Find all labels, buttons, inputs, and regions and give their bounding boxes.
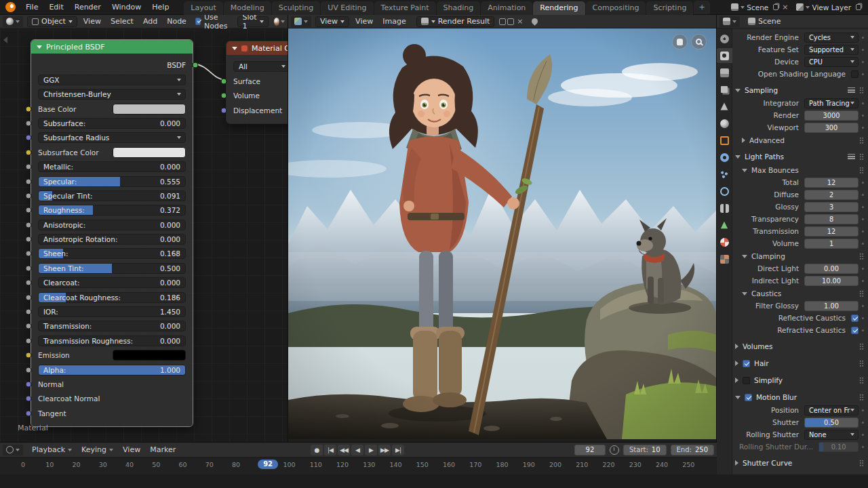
color-swatch[interactable] [113,350,186,361]
section-arrow-icon[interactable] [742,292,747,296]
timeline-ruler[interactable]: 0102030405060708010011012013014015016017… [0,458,717,474]
node-input-row[interactable]: Tangent Tangent [38,407,186,420]
material-properties-tab[interactable] [717,235,732,249]
workspace-tab[interactable]: Sculpting [272,1,320,15]
unlink-image-icon[interactable]: × [515,17,524,26]
constraints-properties-tab[interactable] [717,201,732,216]
property-checkbox[interactable] [851,314,859,322]
node-field[interactable]: Specular: 0.555 [38,176,186,187]
drag-handle-icon[interactable] [859,343,864,350]
node-field[interactable]: Sheen: 0.168 [38,248,186,259]
node-input-row[interactable]: Anisotropic: 0.000 Anisotropic: [38,219,186,231]
node-socket[interactable] [26,410,32,416]
property-row[interactable]: Direct Light 0.00 [735,263,864,274]
preset-menu-icon[interactable] [848,87,855,93]
property-checkbox[interactable] [851,327,859,334]
node-input-row[interactable]: Christensen-Burley Christensen-Burley [38,88,186,100]
node-socket[interactable] [26,338,32,344]
section-checkbox[interactable] [743,360,750,367]
node-field[interactable]: Sheen Tint: 0.500 [38,263,186,274]
physics-properties-tab[interactable] [717,184,732,199]
property-row[interactable]: Total 12 [735,177,864,188]
drag-handle-icon[interactable] [859,87,864,94]
property-row[interactable]: Render Engine Cycles [735,32,864,43]
property-field[interactable]: 12 [804,226,859,237]
frame-end-field[interactable]: End: 250 [671,445,714,455]
shader-mode-dropdown[interactable]: Object [27,16,77,27]
node-field[interactable]: IOR: 1.450 [38,306,186,317]
drag-handle-icon[interactable] [859,394,864,401]
workspace-tab[interactable]: Shading [437,1,481,15]
play-button[interactable]: ▶ [365,445,377,455]
menubar-item[interactable]: File [20,0,43,15]
property-row[interactable]: Shutter 0.50 [735,417,864,428]
editor-type-button[interactable] [3,16,23,27]
world-properties-tab[interactable] [717,116,732,131]
node-input-row[interactable]: Roughness: 0.372 Roughness: [38,204,186,216]
node-socket[interactable] [26,381,32,387]
section-arrow-icon[interactable] [735,344,738,349]
node-socket[interactable] [26,222,32,228]
node-field[interactable]: Christensen-Burley [38,89,186,100]
node-socket[interactable] [26,120,32,126]
property-row[interactable]: Light Paths [735,150,864,163]
node-socket[interactable] [26,294,32,300]
property-row[interactable]: Refractive Caustics [735,325,864,336]
node-input-row[interactable]: Subsurface Color Subsurface Color [38,146,186,159]
drag-handle-icon[interactable] [859,377,864,384]
node-socket[interactable] [26,309,32,315]
node-input-row[interactable]: Transmission Roughness: 0.000 Transmissi… [38,335,186,347]
property-field[interactable]: None [804,430,859,440]
node-input-row[interactable]: Clearcoat: 0.000 Clearcoat: [38,277,186,289]
editor-type-button[interactable] [3,445,23,455]
material-output-node[interactable]: Material Out... All [226,41,288,124]
node-input-row[interactable]: All All [233,60,288,73]
drag-handle-icon[interactable] [859,460,864,467]
property-field[interactable]: 3000 [804,110,859,121]
property-row[interactable]: Transmission 12 [735,226,864,237]
new-scene-icon[interactable] [773,4,778,10]
node-socket[interactable] [221,107,227,113]
section-arrow-icon[interactable] [735,460,738,466]
property-field[interactable]: 1.00 [804,301,859,311]
node-socket[interactable] [221,93,227,99]
node-socket[interactable] [26,135,32,141]
preview-range-icon[interactable] [610,445,619,455]
section-arrow-icon[interactable] [735,89,741,92]
property-row[interactable]: Clamping [735,251,864,262]
drag-handle-icon[interactable] [859,167,864,174]
node-input-row[interactable]: Clearcoat Roughness: 0.186 Clearcoat Rou… [38,291,186,304]
node-input-row[interactable]: Specular Tint: 0.091 Specular Tint: [38,190,186,202]
timeline-menu-item[interactable]: Keying [77,443,118,457]
node-input-row[interactable]: Alpha: 1.000 Alpha: [38,364,186,376]
render-result-viewport[interactable] [288,28,716,442]
menubar-item[interactable]: Window [106,0,146,15]
workspace-tab[interactable]: Modeling [224,1,271,15]
node-input-row[interactable]: Displacement Displacement [233,104,288,117]
node-socket[interactable] [26,396,32,402]
modifier-properties-tab[interactable] [717,150,732,165]
property-field[interactable]: 300 [804,123,859,133]
property-row[interactable]: Motion Blur [735,391,864,403]
node-socket[interactable] [26,280,32,286]
node-field[interactable]: Subsurface Radius [38,132,186,143]
drag-handle-icon[interactable] [859,137,864,144]
tool-properties-tab[interactable] [717,31,732,46]
node-input-row[interactable]: Clearcoat Normal Clearcoat Normal [38,392,186,405]
material-browse-chevron-icon[interactable] [281,20,285,23]
property-row[interactable]: Viewport 300 [735,122,864,133]
node-input-row[interactable]: Sheen Tint: 0.500 Sheen Tint: [38,262,186,274]
node-input-row[interactable]: Anisotropic Rotation: 0.000 Anisotropic … [38,233,186,245]
property-row[interactable]: Hair [735,357,864,369]
node-input-row[interactable]: GGX GGX [38,74,186,86]
node-field[interactable]: Subsurface: 0.000 [38,118,186,129]
menubar-item[interactable]: Edit [43,0,68,15]
bsdf-output-row[interactable]: BSDF [38,59,186,71]
property-field[interactable]: CPU [804,57,859,67]
image-datablock-selector[interactable]: Render Result [416,16,495,27]
node-field[interactable]: Clearcoat Roughness: 0.186 [38,292,186,303]
region-collapse-arrow-icon[interactable] [3,37,7,43]
property-row[interactable]: Position Center on Frame [735,405,864,415]
property-row[interactable]: Caustics [735,288,864,299]
node-editor-canvas[interactable]: Principled BSDF BSDF GGX [0,28,288,442]
